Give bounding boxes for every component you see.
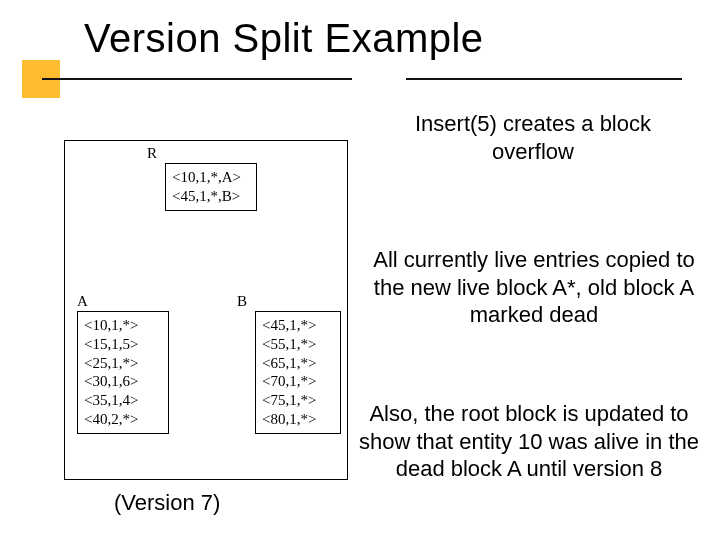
entry: <45,1,*> (262, 316, 334, 335)
box-label-a: A (77, 293, 88, 310)
entry: <40,2,*> (84, 410, 162, 429)
entry: <45,1,*,B> (172, 187, 250, 206)
entry: <10,1,*,A> (172, 168, 250, 187)
slide-title: Version Split Example (84, 16, 484, 61)
box-r: <10,1,*,A> <45,1,*,B> (165, 163, 257, 211)
title-underline-gap (352, 70, 406, 86)
paragraph-2: All currently live entries copied to the… (356, 246, 712, 329)
entry: <65,1,*> (262, 354, 334, 373)
entry: <70,1,*> (262, 372, 334, 391)
paragraph-3: Also, the root block is updated to show … (348, 400, 710, 483)
entry: <25,1,*> (84, 354, 162, 373)
box-label-b: B (237, 293, 247, 310)
slide: Version Split Example R <10,1,*,A> <45,1… (0, 0, 720, 540)
entry: <10,1,*> (84, 316, 162, 335)
figure-frame: R <10,1,*,A> <45,1,*,B> A <10,1,*> <15,1… (64, 140, 348, 480)
entry: <80,1,*> (262, 410, 334, 429)
box-a: <10,1,*> <15,1,5> <25,1,*> <30,1,6> <35,… (77, 311, 169, 434)
box-b: <45,1,*> <55,1,*> <65,1,*> <70,1,*> <75,… (255, 311, 341, 434)
entry: <55,1,*> (262, 335, 334, 354)
entry: <30,1,6> (84, 372, 162, 391)
entry: <35,1,4> (84, 391, 162, 410)
box-label-r: R (147, 145, 157, 162)
paragraph-1: Insert(5) creates a block overflow (374, 110, 692, 165)
entry: <75,1,*> (262, 391, 334, 410)
entry: <15,1,5> (84, 335, 162, 354)
figure-caption: (Version 7) (114, 490, 220, 516)
